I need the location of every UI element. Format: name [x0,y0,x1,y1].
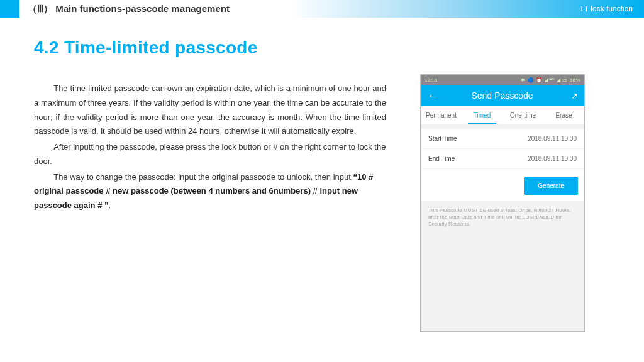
app-bar: ← Send Passcode ↗ [421,85,584,106]
p1-text: The time-limited passcode can own an exp… [34,84,386,136]
p3c-text: . [109,200,111,210]
generate-wrap: Generate [421,169,584,201]
paragraph-2: After inputting the passcode, please pre… [34,140,386,169]
tab-one-time[interactable]: One-time [502,106,543,124]
start-time-row[interactable]: Start Time 2018.09.11 10:00 [421,129,584,149]
end-time-label: End Time [428,155,455,162]
paragraph-1: The time-limited passcode can own an exp… [34,82,386,139]
time-rows: Start Time 2018.09.11 10:00 End Time 201… [421,129,584,169]
header-right-label: TT lock function [580,4,633,13]
start-time-value: 2018.09.11 10:00 [528,135,577,142]
passcode-note: This Passcode MUST BE used at least Once… [421,201,584,234]
status-time: 10:18 [425,77,437,83]
tab-timed[interactable]: Timed [462,106,502,124]
passcode-tabs: Permanent Timed One-time Erase [421,106,584,125]
section-title: （Ⅲ） Main functions-passcode management [28,3,230,15]
generate-button[interactable]: Generate [524,177,578,195]
page-title: 4.2 Time-limited passcode [34,38,386,58]
start-time-label: Start Time [428,135,457,142]
top-bar: （Ⅲ） Main functions-passcode management T… [0,0,644,18]
p3a-text: The way to change the passcode: input th… [53,172,353,182]
app-title: Send Passcode [433,90,571,101]
content-column: 4.2 Time-limited passcode The time-limit… [34,38,386,214]
tab-erase[interactable]: Erase [543,106,584,124]
phone-screenshot: 10:18 ✱ 🔵 ⏰ ◢ ⁴ᴳ ◢ ▭ 30% ← Send Passcode… [420,74,585,332]
status-indicators: ✱ 🔵 ⏰ ◢ ⁴ᴳ ◢ ▭ 30% [521,77,580,83]
share-icon[interactable]: ↗ [571,91,578,101]
tab-permanent[interactable]: Permanent [421,106,462,124]
p2-text: After inputting the passcode, please pre… [34,142,386,166]
end-time-row[interactable]: End Time 2018.09.11 10:00 [421,149,584,169]
phone-status-bar: 10:18 ✱ 🔵 ⏰ ◢ ⁴ᴳ ◢ ▭ 30% [421,75,584,85]
end-time-value: 2018.09.11 10:00 [528,155,577,162]
paragraph-3: The way to change the passcode: input th… [34,170,386,213]
